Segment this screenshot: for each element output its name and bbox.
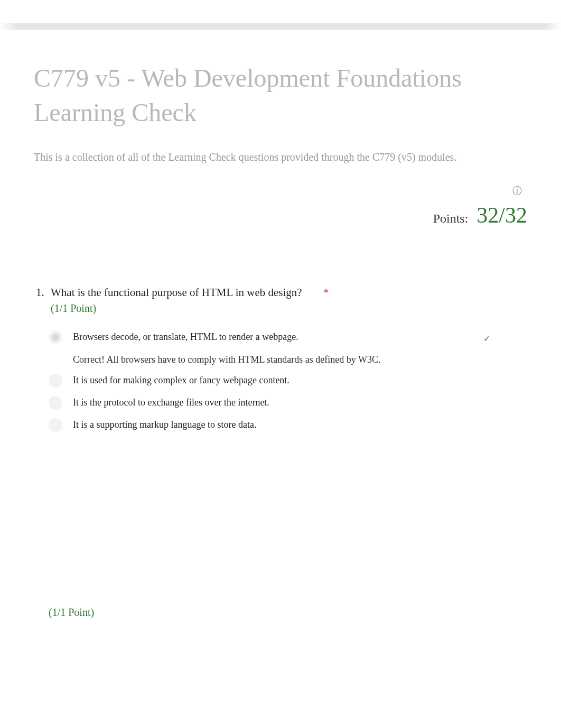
- option-text: It is used for making complex or fancy w…: [73, 375, 527, 386]
- question-1: 1. What is the functional purpose of HTM…: [36, 286, 527, 432]
- question-header: 1. What is the functional purpose of HTM…: [36, 286, 527, 299]
- question-points: (1/1 Point): [51, 302, 527, 315]
- option-body: It is used for making complex or fancy w…: [73, 375, 527, 386]
- points-label: Points:: [433, 211, 469, 226]
- option-feedback: Correct! All browsers have to comply wit…: [73, 354, 527, 365]
- option-3[interactable]: It is the protocol to exchange files ove…: [49, 397, 527, 410]
- info-icon[interactable]: ⓘ: [512, 185, 522, 197]
- option-body: Browsers decode, or translate, HTML to r…: [73, 331, 527, 365]
- page-title: C779 v5 - Web Development Foundations Le…: [34, 61, 527, 130]
- points-summary: Points: 32/32: [34, 202, 527, 228]
- option-text: It is the protocol to exchange files ove…: [73, 397, 527, 408]
- option-text: Browsers decode, or translate, HTML to r…: [73, 331, 527, 343]
- top-bar: [0, 0, 561, 23]
- options-list: Browsers decode, or translate, HTML to r…: [49, 331, 527, 432]
- page-description: This is a collection of all of the Learn…: [34, 151, 527, 163]
- option-body: It is a supporting markup language to st…: [73, 419, 527, 430]
- required-asterisk: *: [323, 286, 329, 299]
- question-number: 1.: [36, 286, 46, 299]
- option-body: It is the protocol to exchange files ove…: [73, 397, 527, 408]
- option-1[interactable]: Browsers decode, or translate, HTML to r…: [49, 331, 527, 365]
- points-value: 32/32: [476, 202, 527, 228]
- question-text: What is the functional purpose of HTML i…: [51, 286, 302, 299]
- option-text: It is a supporting markup language to st…: [73, 419, 527, 430]
- info-row: ⓘ: [34, 185, 527, 197]
- radio-icon[interactable]: [49, 418, 62, 432]
- check-icon: ✓: [483, 334, 490, 344]
- question-2-points: (1/1 Point): [49, 606, 527, 619]
- radio-icon[interactable]: [49, 396, 62, 410]
- radio-icon[interactable]: [49, 330, 62, 344]
- accent-strip: [0, 23, 561, 30]
- main-content: C779 v5 - Web Development Foundations Le…: [0, 30, 561, 619]
- option-4[interactable]: It is a supporting markup language to st…: [49, 419, 527, 432]
- radio-icon[interactable]: [49, 374, 62, 388]
- option-2[interactable]: It is used for making complex or fancy w…: [49, 375, 527, 388]
